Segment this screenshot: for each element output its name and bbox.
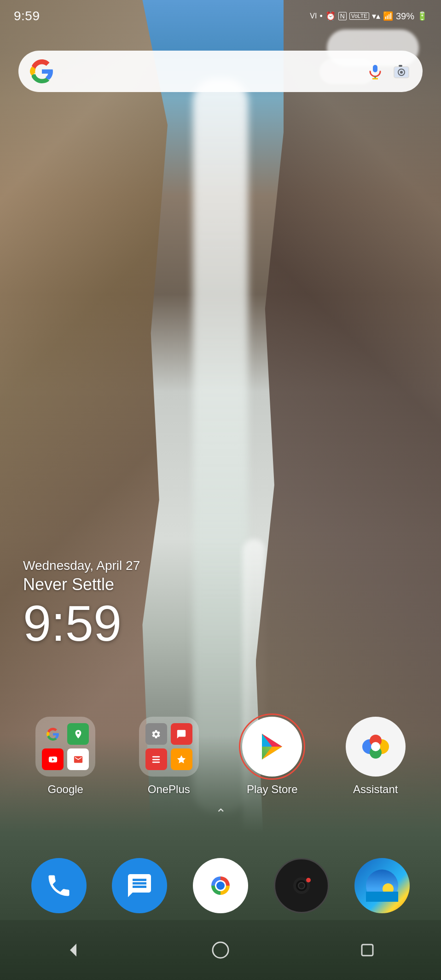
svg-point-19 (371, 742, 380, 751)
navigation-bar (0, 920, 441, 980)
status-icons: VI • ⏰ N VoLTE ▾▴ 📶 39% 🔋 (310, 11, 427, 22)
battery-percent: 39% (396, 11, 414, 22)
nfc-icon: N (338, 12, 347, 20)
svg-rect-9 (152, 761, 160, 763)
mini-oneplus-icon (171, 748, 192, 770)
mini-settings (145, 723, 167, 745)
app-row: Google (0, 717, 441, 796)
mini-youtube (42, 748, 64, 770)
oneplus-folder-icon[interactable] (139, 717, 199, 777)
back-button[interactable] (58, 934, 90, 966)
messages-app[interactable] (112, 858, 167, 913)
date-display: Wednesday, April 27 (23, 558, 140, 573)
mini-shelf (145, 748, 167, 770)
assistant-label: Assistant (353, 783, 398, 796)
status-bar: 9:59 VI • ⏰ N VoLTE ▾▴ 📶 39% 🔋 (0, 0, 441, 32)
cliff-left (0, 0, 168, 833)
svg-rect-6 (399, 65, 402, 67)
swipe-up-indicator[interactable]: ⌃ (215, 806, 226, 821)
mini-notification (171, 723, 192, 745)
clock-display: 9:59 (23, 598, 140, 649)
svg-point-5 (400, 71, 403, 74)
carrier-icon: VI (310, 12, 317, 20)
status-time: 9:59 (14, 9, 40, 23)
google-folder-icon[interactable] (35, 717, 95, 777)
phone-app[interactable] (31, 858, 87, 913)
lens-button[interactable] (392, 62, 411, 81)
chrome-app[interactable] (193, 858, 248, 913)
wifi-icon: ▾▴ (372, 12, 380, 20)
svg-rect-29 (366, 892, 398, 902)
bottom-dock (0, 858, 441, 913)
svg-point-25 (298, 882, 305, 889)
assistant-icon[interactable] (346, 717, 406, 777)
playstore-app[interactable]: Play Store (242, 717, 302, 796)
svg-marker-30 (70, 944, 76, 957)
recents-button[interactable] (351, 934, 383, 966)
svg-point-31 (213, 942, 228, 958)
google-logo (30, 59, 54, 83)
svg-rect-7 (152, 756, 160, 757)
alarm-icon: ⏰ (325, 12, 336, 20)
svg-rect-32 (362, 945, 373, 956)
svg-point-22 (216, 881, 225, 890)
oneplus-app[interactable]: OnePlus (139, 717, 199, 796)
home-button[interactable] (204, 934, 237, 966)
svg-rect-0 (373, 65, 377, 72)
svg-point-26 (306, 878, 311, 882)
google-app[interactable]: Google (35, 717, 95, 796)
google-label: Google (48, 783, 83, 796)
mini-gmail (67, 748, 89, 770)
oneplus-label: OnePlus (148, 783, 190, 796)
microphone-button[interactable] (366, 62, 385, 81)
svg-rect-8 (152, 759, 160, 760)
motto-display: Never Settle (23, 575, 140, 594)
signal-icon: 📶 (383, 12, 393, 20)
search-bar[interactable] (18, 51, 423, 92)
assistant-app[interactable]: Assistant (346, 717, 406, 796)
camera-app[interactable] (274, 858, 329, 913)
weather-app[interactable] (354, 858, 410, 913)
date-widget: Wednesday, April 27 Never Settle 9:59 (23, 558, 140, 649)
mini-google (42, 723, 64, 745)
volte-icon: VoLTE (349, 12, 369, 20)
playstore-label: Play Store (247, 783, 298, 796)
playstore-icon[interactable] (242, 717, 302, 777)
battery-icon: 🔋 (417, 12, 427, 20)
dot-icon: • (319, 12, 322, 20)
mini-maps (67, 723, 89, 745)
